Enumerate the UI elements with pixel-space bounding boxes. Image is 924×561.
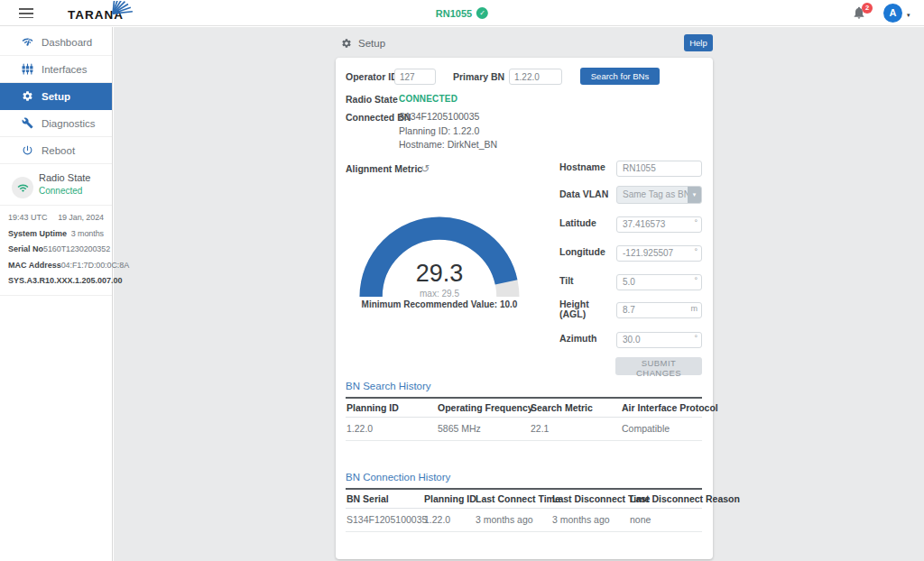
tilt-input[interactable] (616, 274, 702, 290)
height-agl-input[interactable] (616, 302, 702, 318)
alignment-metric-label: Alignment Metric (346, 161, 422, 177)
azimuth-field: Azimuth ° (559, 330, 702, 346)
meters-suffix: m (691, 300, 698, 317)
table-header-row: BN Serial Planning ID Last Connect Time … (346, 489, 702, 509)
hostname-field: Hostname (559, 159, 702, 175)
gauge-value: 29.3 (359, 260, 520, 288)
bn-search-history-table: Planning ID Operating Frequency Search M… (346, 397, 702, 441)
time-row: 19:43 UTC 19 Jan, 2024 (0, 210, 112, 226)
connected-bn-planning: Planning ID: 1.22.0 (399, 124, 497, 139)
wifi-icon (12, 177, 33, 198)
refresh-icon[interactable]: ↺ (420, 161, 430, 177)
uptime-row: System Uptime 3 months (0, 226, 112, 243)
height-agl-field: Height (AGL) m (559, 300, 702, 317)
power-icon (22, 144, 33, 156)
sidebar-item-dashboard[interactable]: Dashboard (0, 29, 112, 56)
help-button[interactable]: Help (684, 34, 713, 51)
tarana-logo: TARANA (68, 6, 124, 23)
bn-search-history-title: BN Search History (346, 380, 431, 392)
degree-suffix: ° (694, 215, 698, 231)
degree-suffix: ° (694, 272, 698, 289)
check-circle-icon: ✓ (476, 7, 488, 19)
gauge-max: max: 29.5 (359, 289, 520, 299)
serial-row: Serial No 5160T1230200352 (0, 242, 112, 258)
tilt-field: Tilt ° (559, 272, 702, 289)
dashboard-signal-icon (22, 36, 33, 48)
alignment-gauge: 29.3 max: 29.5 Minimum Recommended Value… (359, 216, 520, 316)
height-agl-label: Height (AGL) (559, 299, 597, 319)
primary-bn-input[interactable] (509, 69, 562, 85)
page-title: Setup (358, 38, 385, 49)
radio-state-label: Radio State (39, 172, 90, 183)
tilt-label: Tilt (559, 272, 614, 289)
gauge-min-recommended: Minimum Recommended Value: 10.0 (341, 299, 538, 309)
connected-bn-info: S134F1205100035 Planning ID: 1.22.0 Host… (399, 110, 497, 152)
longitude-field: Longitude ° (559, 244, 702, 260)
data-vlan-select[interactable]: Same Tag as BN ▾ (616, 186, 702, 204)
main-content: Setup Help Operator ID Primary BN Search… (114, 27, 924, 561)
azimuth-input[interactable] (616, 332, 702, 348)
radio-state-value: Connected (39, 186, 82, 196)
sidebar-item-setup[interactable]: Setup (0, 83, 112, 110)
azimuth-label: Azimuth (559, 330, 614, 346)
device-status: RN1055 ✓ (436, 7, 488, 19)
avatar-caret-icon[interactable]: ▾ (907, 12, 910, 19)
sidebar-item-interfaces[interactable]: Interfaces (0, 56, 112, 83)
hostname-label: Hostname (559, 159, 614, 175)
interfaces-icon (22, 63, 33, 75)
menu-icon[interactable] (19, 8, 33, 21)
gear-icon (22, 90, 33, 102)
search-for-bns-button[interactable]: Search for BNs (580, 68, 660, 85)
operator-id-label: Operator ID (346, 69, 398, 85)
chevron-down-icon: ▾ (688, 187, 701, 203)
notification-badge: 2 (862, 3, 873, 14)
setup-page-gear-icon (341, 38, 352, 49)
page-header: Setup Help (341, 34, 713, 51)
longitude-input[interactable] (616, 245, 702, 262)
degree-suffix: ° (694, 244, 698, 260)
connected-bn-serial: S134F1205100035 (399, 110, 497, 124)
degree-suffix: ° (694, 330, 698, 346)
sidebar-item-diagnostics[interactable]: Diagnostics (0, 110, 112, 137)
hostname-input[interactable] (616, 161, 702, 177)
operator-id-input[interactable] (394, 69, 436, 85)
latitude-input[interactable] (616, 216, 702, 233)
sidebar-radio-state: Radio State Connected (0, 164, 112, 206)
wrench-icon (22, 117, 33, 129)
longitude-label: Longitude (559, 244, 614, 260)
radio-state-value: CONNECTED (399, 91, 457, 107)
table-row[interactable]: 1.22.0 5865 MHz 22.1 Compatible (346, 418, 702, 441)
setup-card: Operator ID Primary BN Search for BNs Ra… (336, 58, 713, 559)
latitude-label: Latitude (559, 215, 614, 231)
table-row[interactable]: S134F1205100035 1.22.0 3 months ago 3 mo… (346, 509, 702, 532)
table-header-row: Planning ID Operating Frequency Search M… (346, 398, 702, 418)
data-vlan-label: Data VLAN (559, 186, 614, 202)
submit-changes-button[interactable]: SUBMIT CHANGES (615, 357, 702, 375)
primary-bn-label: Primary BN (453, 69, 504, 85)
mac-row: MAC Address 04:F1:7D:00:0C:8A (0, 258, 112, 274)
data-vlan-value: Same Tag as BN (623, 189, 690, 199)
bn-connection-history-table: BN Serial Planning ID Last Connect Time … (346, 488, 702, 532)
sidebar-system-info: 19:43 UTC 19 Jan, 2024 System Uptime 3 m… (0, 206, 112, 296)
tarana-fan-icon (110, 1, 134, 15)
sidebar-item-reboot[interactable]: Reboot (0, 137, 112, 164)
firmware-row: SYS.A3.R10.XXX.1.205.007.00 (0, 273, 112, 290)
sidebar: Dashboard Interfaces Setup Diagnostics R… (0, 27, 113, 561)
connected-bn-hostname: Hostname: DirkNet_BN (399, 138, 497, 152)
avatar[interactable]: A (883, 4, 902, 23)
top-app-bar: TARANA RN1055 ✓ 2 A ▾ (0, 0, 924, 26)
data-vlan-field: Data VLAN Same Tag as BN ▾ (559, 186, 702, 204)
device-id: RN1055 (436, 8, 472, 19)
bn-connection-history-title: BN Connection History (346, 471, 450, 483)
radio-state-label: Radio State (346, 91, 398, 107)
latitude-field: Latitude ° (559, 215, 702, 231)
